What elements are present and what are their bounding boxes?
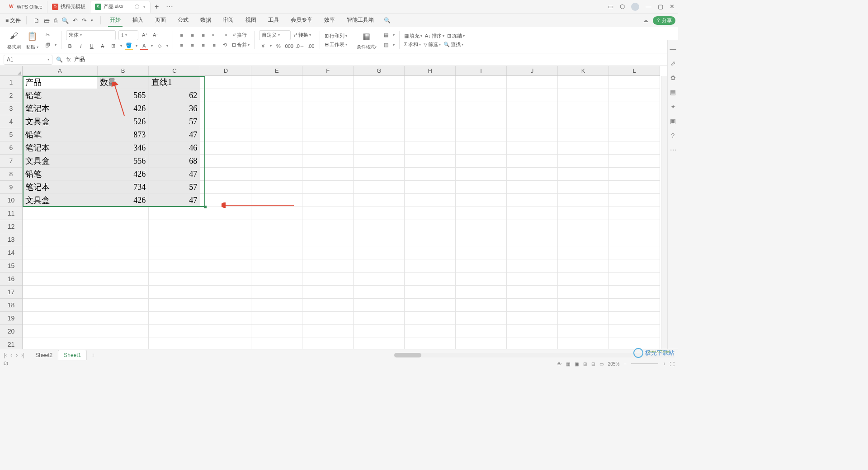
row-header-16[interactable]: 16 [0, 273, 22, 286]
cell-D17[interactable] [200, 286, 251, 299]
tab-efficiency[interactable]: 效率 [322, 14, 337, 27]
cell-H10[interactable] [405, 194, 456, 207]
open-icon[interactable]: 🗁 [44, 17, 50, 24]
cell-B8[interactable]: 426 [97, 168, 149, 181]
cell-L12[interactable] [609, 220, 660, 233]
col-header-K[interactable]: K [558, 66, 609, 75]
cell-I6[interactable] [456, 141, 507, 155]
cell-J5[interactable] [507, 128, 558, 141]
cell-L1[interactable] [609, 76, 660, 89]
qat-dropdown-icon[interactable]: ▾ [91, 18, 93, 23]
cell-C5[interactable]: 47 [149, 128, 200, 141]
name-box[interactable]: A1▾ [4, 55, 52, 65]
cell-K12[interactable] [558, 220, 609, 233]
cell-J18[interactable] [507, 299, 558, 312]
cell-E15[interactable] [251, 259, 302, 273]
cell-D6[interactable] [200, 141, 251, 155]
zoom-slider[interactable] [631, 363, 658, 364]
row-header-4[interactable]: 4 [0, 115, 22, 128]
size-combo[interactable]: 1▾ [118, 30, 138, 40]
cell-B20[interactable] [97, 325, 149, 338]
cell-A18[interactable] [23, 299, 97, 312]
cell-G8[interactable] [354, 168, 405, 181]
cell-L14[interactable] [609, 246, 660, 259]
col-header-D[interactable]: D [200, 66, 251, 75]
cell-F12[interactable] [302, 220, 354, 233]
cell-J20[interactable] [507, 325, 558, 338]
find-button[interactable]: 🔍 查找▾ [443, 41, 463, 48]
preview-icon[interactable]: 🔍 [61, 17, 69, 24]
cell-G9[interactable] [354, 181, 405, 194]
cell-F6[interactable] [302, 141, 354, 155]
cell-A11[interactable] [23, 207, 97, 220]
tab-dropdown-icon[interactable]: ▾ [143, 5, 146, 9]
cell-J16[interactable] [507, 273, 558, 286]
close-button[interactable]: ✕ [670, 3, 675, 10]
cell-D20[interactable] [200, 325, 251, 338]
copy-dd[interactable]: ▾ [55, 43, 57, 47]
fx-icon[interactable]: fx [66, 56, 71, 63]
cell-B15[interactable] [97, 259, 149, 273]
cell-B19[interactable] [97, 312, 149, 325]
cell-L17[interactable] [609, 286, 660, 299]
cell-G3[interactable] [354, 102, 405, 115]
cell-E12[interactable] [251, 220, 302, 233]
tab-file[interactable]: S产品.xlsx▾ [90, 1, 151, 13]
sheet-button[interactable]: ⊟ 工作表▾ [325, 41, 347, 48]
cell-E3[interactable] [251, 102, 302, 115]
percent-icon[interactable]: % [274, 42, 283, 50]
cell-H1[interactable] [405, 76, 456, 89]
image-icon[interactable]: ▣ [670, 118, 676, 125]
cell-F16[interactable] [302, 273, 354, 286]
cell-E17[interactable] [251, 286, 302, 299]
col-header-H[interactable]: H [405, 66, 456, 75]
cell-K19[interactable] [558, 312, 609, 325]
cell-E16[interactable] [251, 273, 302, 286]
cell-K20[interactable] [558, 325, 609, 338]
cell-J9[interactable] [507, 181, 558, 194]
col-header-F[interactable]: F [302, 66, 354, 75]
row-header-6[interactable]: 6 [0, 141, 22, 155]
cell-C11[interactable] [149, 207, 200, 220]
align-top-icon[interactable]: ≡ [178, 31, 186, 39]
cell-J12[interactable] [507, 220, 558, 233]
cell-H11[interactable] [405, 207, 456, 220]
tab-review[interactable]: 审阅 [221, 14, 236, 27]
cell-H15[interactable] [405, 259, 456, 273]
clear-dd[interactable]: ▾ [166, 44, 168, 48]
cell-J13[interactable] [507, 233, 558, 246]
cell-F18[interactable] [302, 299, 354, 312]
cell-L9[interactable] [609, 181, 660, 194]
cell-H14[interactable] [405, 246, 456, 259]
cell-I20[interactable] [456, 325, 507, 338]
cell-F3[interactable] [302, 102, 354, 115]
next-sheet-icon[interactable]: › [16, 352, 18, 358]
sort-button[interactable]: A↓ 排序▾ [425, 33, 444, 39]
cell-K6[interactable] [558, 141, 609, 155]
cell-K18[interactable] [558, 299, 609, 312]
cell-A3[interactable]: 笔记本 [23, 102, 97, 115]
horizontal-scrollbar[interactable] [394, 353, 675, 357]
cell-K5[interactable] [558, 128, 609, 141]
cell-A14[interactable] [23, 246, 97, 259]
cell-D13[interactable] [200, 233, 251, 246]
cell-C16[interactable] [149, 273, 200, 286]
cell-A5[interactable]: 铅笔 [23, 128, 97, 141]
cell-C17[interactable] [149, 286, 200, 299]
orient-icon[interactable]: ⟲ [221, 41, 229, 49]
cell-E13[interactable] [251, 233, 302, 246]
cell-H4[interactable] [405, 115, 456, 128]
cell-F8[interactable] [302, 168, 354, 181]
row-header-18[interactable]: 18 [0, 299, 22, 312]
cell-K15[interactable] [558, 259, 609, 273]
cell-H16[interactable] [405, 273, 456, 286]
cell-E1[interactable] [251, 76, 302, 89]
first-sheet-icon[interactable]: |‹ [4, 352, 7, 358]
cell-C2[interactable]: 62 [149, 89, 200, 102]
cell-A1[interactable]: 产品 [23, 76, 97, 89]
cell-J3[interactable] [507, 102, 558, 115]
cell-K8[interactable] [558, 168, 609, 181]
cell-I3[interactable] [456, 102, 507, 115]
cell-K4[interactable] [558, 115, 609, 128]
vertical-scrollbar[interactable] [661, 76, 667, 355]
